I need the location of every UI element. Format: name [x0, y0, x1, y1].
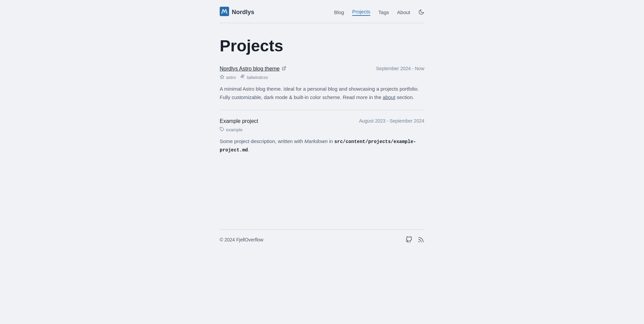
- svg-point-4: [419, 241, 419, 242]
- rss-link[interactable]: [418, 236, 424, 243]
- svg-marker-2: [220, 75, 224, 79]
- project-title-link[interactable]: Nordlys Astro blog theme: [220, 66, 286, 72]
- main-nav: Blog Projects Tags About: [334, 9, 424, 16]
- project-item: Nordlys Astro blog theme September 2024 …: [220, 66, 424, 110]
- project-header: Example project August 2023 - September …: [220, 118, 424, 124]
- footer: © 2024 FjellOverflow: [220, 229, 424, 251]
- project-tags: astro tailwindcss: [220, 75, 424, 80]
- desc-prefix: Some project description, written with: [220, 138, 305, 144]
- nav-projects[interactable]: Projects: [352, 9, 370, 16]
- about-link[interactable]: about: [383, 94, 395, 100]
- external-link-icon: [282, 66, 286, 72]
- project-title-text: Example project: [220, 118, 258, 124]
- desc-suffix: .: [248, 147, 249, 152]
- tag-label: example: [226, 127, 243, 132]
- desc-italic: Markdown: [305, 138, 328, 144]
- tag-label: tailwindcss: [247, 75, 268, 80]
- tag-item: tailwindcss: [240, 75, 268, 80]
- site-name: Nordlys: [232, 9, 254, 16]
- nav-tags[interactable]: Tags: [378, 9, 389, 15]
- github-link[interactable]: [406, 236, 412, 243]
- tailwind-icon: [240, 75, 245, 80]
- tag-label: astro: [226, 75, 236, 80]
- moon-icon: [418, 9, 424, 15]
- page-title: Projects: [220, 37, 424, 55]
- project-divider: [220, 110, 424, 110]
- footer-divider: [220, 229, 424, 230]
- github-icon: [406, 236, 412, 243]
- nav-blog[interactable]: Blog: [334, 9, 344, 15]
- project-title: Example project: [220, 118, 258, 124]
- project-description: A minimal Astro blog theme. Ideal for a …: [220, 85, 424, 102]
- rss-icon: [418, 236, 424, 243]
- nav-about[interactable]: About: [397, 9, 410, 15]
- astro-icon: [220, 75, 224, 80]
- project-item: Example project August 2023 - September …: [220, 118, 424, 162]
- project-header: Nordlys Astro blog theme September 2024 …: [220, 66, 424, 72]
- tag-icon: [220, 127, 224, 133]
- dark-mode-toggle[interactable]: [418, 9, 424, 15]
- project-date: August 2023 - September 2024: [359, 118, 424, 124]
- svg-line-1: [283, 67, 285, 69]
- tag-item: astro: [220, 75, 236, 80]
- project-description: Some project description, written with M…: [220, 137, 424, 154]
- project-title: Nordlys Astro blog theme: [220, 66, 280, 72]
- logo-icon: [220, 7, 229, 17]
- description-text-after: section.: [395, 94, 414, 100]
- main-content: Projects Nordlys Astro blog theme Septem…: [220, 23, 424, 162]
- footer-copyright: © 2024 FjellOverflow: [220, 237, 263, 242]
- project-date: September 2024 - Now: [376, 66, 424, 71]
- desc-middle: in: [328, 138, 334, 144]
- footer-inner: © 2024 FjellOverflow: [220, 236, 424, 251]
- footer-icons: [406, 236, 424, 243]
- site-logo[interactable]: Nordlys: [220, 7, 254, 17]
- tag-item: example: [220, 127, 243, 133]
- project-tags: example: [220, 127, 424, 133]
